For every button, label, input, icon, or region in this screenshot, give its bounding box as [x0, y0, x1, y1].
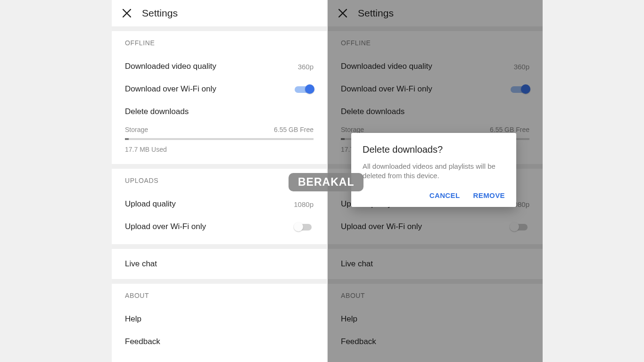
row-label: Delete downloads [125, 107, 189, 116]
row-live-chat[interactable]: Live chat [112, 249, 327, 284]
storage-bar [125, 138, 314, 140]
section-about: ABOUT Help Feedback [112, 284, 327, 359]
row-upload-wifi-only[interactable]: Upload over Wi-Fi only [125, 215, 314, 238]
row-label: Upload quality [125, 199, 176, 209]
dialog-body: All downloaded videos and playlists will… [363, 162, 505, 181]
cancel-button[interactable]: CANCEL [429, 191, 460, 199]
section-divider [112, 26, 327, 31]
row-value: 360p [298, 63, 314, 71]
row-label: Download over Wi-Fi only [125, 84, 216, 94]
row-value: 1080p [294, 200, 314, 208]
storage-block: Storage 6.55 GB Free 17.7 MB Used [125, 123, 314, 158]
dialog-title: Delete downloads? [363, 144, 505, 155]
header: Settings [112, 0, 327, 26]
close-icon[interactable] [117, 4, 136, 23]
dialog-actions: CANCEL REMOVE [363, 191, 505, 199]
section-label-uploads: UPLOADS [125, 177, 314, 184]
row-label: Feedback [125, 337, 160, 346]
toggle-download-wifi[interactable] [295, 84, 314, 94]
delete-downloads-dialog: Delete downloads? All downloaded videos … [351, 133, 516, 207]
storage-label: Storage [125, 126, 148, 133]
storage-free: 6.55 GB Free [274, 126, 314, 133]
row-help[interactable]: Help [125, 308, 314, 330]
row-downloaded-quality[interactable]: Downloaded video quality 360p [125, 55, 314, 78]
toggle-upload-wifi[interactable] [295, 222, 314, 231]
row-upload-quality[interactable]: Upload quality 1080p [125, 193, 314, 215]
storage-used: 17.7 MB Used [125, 146, 314, 153]
row-label: Downloaded video quality [125, 62, 216, 71]
row-label: Upload over Wi-Fi only [125, 222, 206, 231]
section-label-about: ABOUT [125, 292, 314, 299]
row-label: Help [125, 314, 141, 324]
row-delete-downloads[interactable]: Delete downloads [125, 100, 314, 123]
page-title: Settings [142, 8, 178, 19]
remove-button[interactable]: REMOVE [473, 191, 505, 199]
row-download-wifi-only[interactable]: Download over Wi-Fi only [125, 78, 314, 100]
screenshot-canvas: Settings OFFLINE Downloaded video qualit… [0, 0, 644, 362]
section-label-offline: OFFLINE [125, 39, 314, 47]
watermark-badge: BERAKAL [289, 173, 363, 191]
section-offline: OFFLINE Downloaded video quality 360p Do… [112, 31, 327, 169]
row-feedback[interactable]: Feedback [125, 330, 314, 353]
